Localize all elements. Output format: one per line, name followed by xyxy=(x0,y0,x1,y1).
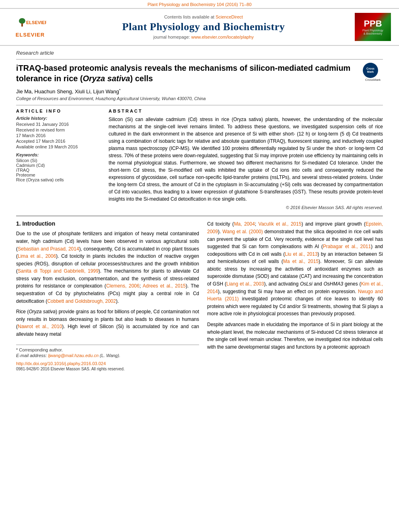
received-text: Received 31 January 2016 xyxy=(16,122,101,127)
corresponding-note: * Corresponding author. xyxy=(16,347,199,352)
homepage-url[interactable]: www.elsevier.com/locate/plaphy xyxy=(191,35,253,39)
crossmark-area: CrossMark CrossMark xyxy=(363,63,383,82)
ref-wang2000[interactable]: Wang et al. (2000) xyxy=(222,229,263,234)
doi-line: http://dx.doi.org/10.1016/j.plaphy.2016.… xyxy=(16,361,199,366)
sciencedirect-line: Contents lists available at ScienceDirec… xyxy=(56,14,351,19)
keyword-4: Proteome xyxy=(16,173,101,177)
ref-lima[interactable]: Lima et al., 2006 xyxy=(18,253,56,259)
ref-nwugo[interactable]: Nwugo and Huerta (2011) xyxy=(207,289,383,302)
title-part2: ) cells xyxy=(130,74,153,83)
ref-liu2013[interactable]: Liu et al., 2013 xyxy=(285,251,317,257)
abstract-divider xyxy=(16,105,383,105)
ref-ma2015[interactable]: Ma et al., 2015 xyxy=(283,259,319,264)
article-history-label: Article history: xyxy=(16,116,101,121)
journal-homepage: journal homepage: www.elsevier.com/locat… xyxy=(56,35,351,39)
right-para1: Cd toxicity (Ma, 2004; Vaculík et al., 2… xyxy=(207,220,383,318)
svg-point-1 xyxy=(19,18,25,24)
intro-heading: 1. Introduction xyxy=(16,220,199,227)
keyword-3: iTRAQ xyxy=(16,168,101,173)
title-part1: iTRAQ-based proteomic analysis reveals t… xyxy=(16,64,350,83)
ppb-text: PPB xyxy=(364,18,382,29)
journal-logo-image: ELSEVIER xyxy=(14,16,46,30)
body-divider xyxy=(16,216,383,216)
ref-sanita[interactable]: Sanita di Toppi and Gabbrielli, 1999 xyxy=(18,268,99,274)
email-note: E-mail address: ljwang@mail.hzau.edu.cn … xyxy=(16,353,199,358)
article-type: Research article xyxy=(16,50,383,56)
homepage-prefix: journal homepage: xyxy=(153,35,191,39)
keyword-2: Cadmium (Cd) xyxy=(16,163,101,168)
journal-bar: Plant Physiology and Biochemistry 104 (2… xyxy=(0,0,399,8)
ref-cobbett[interactable]: Cobbett and Goldsbrough, 2002 xyxy=(47,298,116,304)
crossmark-label: CrossMark xyxy=(363,78,383,82)
abstract-col: Abstract Silicon (Si) can alleviate cadm… xyxy=(109,109,383,210)
article-info-col: Article Info Article history: Received 3… xyxy=(16,109,101,210)
affiliation: College of Resources and Environment, Hu… xyxy=(16,96,383,101)
corresponding-text: * Corresponding author. xyxy=(16,347,63,352)
info-abstract-row: Article Info Article history: Received 3… xyxy=(16,109,383,210)
ref-vaculik[interactable]: Vaculík et al., 2015 xyxy=(258,221,301,227)
ref-clemens[interactable]: Clemens, 2006 xyxy=(106,283,140,289)
article-title: iTRAQ-based proteomic analysis reveals t… xyxy=(16,63,358,84)
footnote-area: * Corresponding author. E-mail address: … xyxy=(16,345,199,358)
ppb-logo-inner: PPB Plant Physiology& Biochemistry xyxy=(355,13,391,41)
ref-ma2004[interactable]: Ma, 2004 xyxy=(234,221,255,227)
svg-rect-2 xyxy=(21,23,23,27)
email-suffix: (L. Wang). xyxy=(99,353,120,358)
journal-bar-text: Plant Physiology and Biochemistry 104 (2… xyxy=(148,2,252,7)
ppb-logo: PPB Plant Physiology& Biochemistry xyxy=(355,13,391,41)
sciencedirect-link[interactable]: ScienceDirect xyxy=(216,14,243,19)
intro-para1: Due to the use of phosphate fertilizers … xyxy=(16,230,199,305)
abstract-heading: Abstract xyxy=(109,109,383,113)
intro-para2: Rice (Oryza sativa) provide grains as fo… xyxy=(16,308,199,338)
email-label: E-mail address: xyxy=(16,353,48,358)
keyword-5: Rice (Oryza sativa) cells xyxy=(16,177,101,182)
body-columns: 1. Introduction Due to the use of phosph… xyxy=(16,220,383,371)
crossmark-icon: CrossMark xyxy=(363,63,378,78)
online-text: Available online 19 March 2016 xyxy=(16,144,101,149)
elsevier-logo-area: ELSEVIER ELSEVIER xyxy=(8,16,52,38)
abstract-text: Silicon (Si) can alleviate cadmium (Cd) … xyxy=(109,116,383,203)
keyword-1: Silicon (Si) xyxy=(16,158,101,163)
article-info-heading: Article Info xyxy=(16,109,101,113)
accepted-text: Accepted 17 March 2016 xyxy=(16,139,101,144)
ppb-subtitle: Plant Physiology& Biochemistry xyxy=(362,29,383,35)
ref-nawrot[interactable]: Nawrot et al., 2010 xyxy=(18,324,62,329)
revised2-text: 17 March 2016 xyxy=(16,133,101,138)
authors: Jie Ma, Huachun Sheng, Xiuli Li, Lijun W… xyxy=(16,88,383,94)
ref-adrees[interactable]: Adrees et al., 2015 xyxy=(143,283,186,289)
copyright: © 2016 Elsevier Masson SAS. All rights r… xyxy=(109,205,383,210)
journal-title: Plant Physiology and Biochemistry xyxy=(56,21,351,33)
svg-text:ELSEVIER: ELSEVIER xyxy=(26,20,46,25)
elsevier-wordmark: ELSEVIER xyxy=(16,32,45,38)
journal-header: ELSEVIER ELSEVIER Contents lists availab… xyxy=(0,8,399,46)
abstract-heading-text: Abstract xyxy=(109,109,143,113)
main-content: Research article iTRAQ-based proteomic a… xyxy=(0,46,399,379)
journal-title-area: Contents lists available at ScienceDirec… xyxy=(56,14,351,39)
ref-liang2003[interactable]: Liang et al., 2003 xyxy=(226,281,264,287)
title-italic: Oryza sativa xyxy=(83,74,130,83)
title-area: iTRAQ-based proteomic analysis reveals t… xyxy=(16,63,383,88)
authors-text: Jie Ma, Huachun Sheng, Xiuli Li, Lijun W… xyxy=(16,88,119,94)
keywords-label: Keywords: xyxy=(16,152,101,157)
ref-sebastian[interactable]: Sebastian and Prasad, 2014 xyxy=(18,246,79,252)
title-divider xyxy=(16,59,383,60)
rights-line: 0981-9428/© 2016 Elsevier Masson SAS. Al… xyxy=(16,367,199,371)
ref-prabagar[interactable]: Prabagar et al., 2011 xyxy=(323,244,371,249)
body-left-col: 1. Introduction Due to the use of phosph… xyxy=(16,220,199,371)
right-para2: Despite advances made in elucidating the… xyxy=(207,321,383,351)
email-link[interactable]: ljwang@mail.hzau.edu.cn xyxy=(48,353,99,358)
revised-text: Received in revised form xyxy=(16,127,101,132)
sciencedirect-prefix: Contents lists available at xyxy=(164,14,216,19)
doi-link[interactable]: http://dx.doi.org/10.1016/j.plaphy.2016.… xyxy=(16,361,106,366)
body-right-col: Cd toxicity (Ma, 2004; Vaculík et al., 2… xyxy=(207,220,383,371)
article-info-heading-text: Article Info xyxy=(16,109,62,113)
